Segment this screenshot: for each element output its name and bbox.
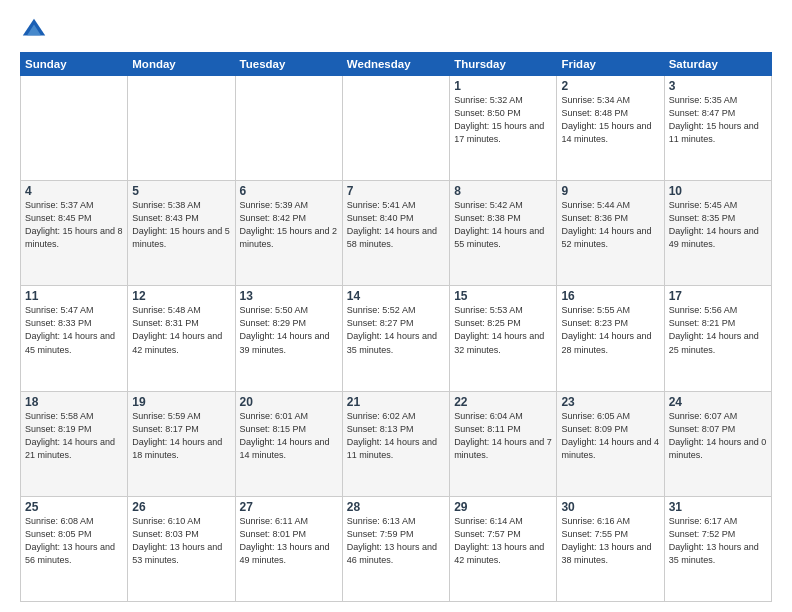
calendar-cell: 10Sunrise: 5:45 AM Sunset: 8:35 PM Dayli…: [664, 181, 771, 286]
calendar-cell: 9Sunrise: 5:44 AM Sunset: 8:36 PM Daylig…: [557, 181, 664, 286]
calendar-cell: 29Sunrise: 6:14 AM Sunset: 7:57 PM Dayli…: [450, 496, 557, 601]
calendar-cell: 13Sunrise: 5:50 AM Sunset: 8:29 PM Dayli…: [235, 286, 342, 391]
day-number: 26: [132, 500, 230, 514]
calendar-cell: 30Sunrise: 6:16 AM Sunset: 7:55 PM Dayli…: [557, 496, 664, 601]
calendar-cell: 26Sunrise: 6:10 AM Sunset: 8:03 PM Dayli…: [128, 496, 235, 601]
day-info: Sunrise: 6:01 AM Sunset: 8:15 PM Dayligh…: [240, 410, 338, 462]
col-header-wednesday: Wednesday: [342, 53, 449, 76]
col-header-thursday: Thursday: [450, 53, 557, 76]
calendar-cell: [21, 76, 128, 181]
calendar-cell: 24Sunrise: 6:07 AM Sunset: 8:07 PM Dayli…: [664, 391, 771, 496]
calendar-cell: 6Sunrise: 5:39 AM Sunset: 8:42 PM Daylig…: [235, 181, 342, 286]
day-number: 4: [25, 184, 123, 198]
day-number: 9: [561, 184, 659, 198]
col-header-saturday: Saturday: [664, 53, 771, 76]
calendar-cell: [342, 76, 449, 181]
day-info: Sunrise: 5:55 AM Sunset: 8:23 PM Dayligh…: [561, 304, 659, 356]
day-number: 25: [25, 500, 123, 514]
day-number: 1: [454, 79, 552, 93]
header: [20, 16, 772, 44]
calendar-cell: 21Sunrise: 6:02 AM Sunset: 8:13 PM Dayli…: [342, 391, 449, 496]
day-number: 17: [669, 289, 767, 303]
day-info: Sunrise: 5:59 AM Sunset: 8:17 PM Dayligh…: [132, 410, 230, 462]
calendar-cell: 11Sunrise: 5:47 AM Sunset: 8:33 PM Dayli…: [21, 286, 128, 391]
col-header-friday: Friday: [557, 53, 664, 76]
calendar-cell: 19Sunrise: 5:59 AM Sunset: 8:17 PM Dayli…: [128, 391, 235, 496]
calendar-cell: [128, 76, 235, 181]
col-header-tuesday: Tuesday: [235, 53, 342, 76]
day-number: 12: [132, 289, 230, 303]
calendar-cell: 31Sunrise: 6:17 AM Sunset: 7:52 PM Dayli…: [664, 496, 771, 601]
col-header-sunday: Sunday: [21, 53, 128, 76]
day-info: Sunrise: 5:47 AM Sunset: 8:33 PM Dayligh…: [25, 304, 123, 356]
calendar-cell: 1Sunrise: 5:32 AM Sunset: 8:50 PM Daylig…: [450, 76, 557, 181]
day-info: Sunrise: 6:08 AM Sunset: 8:05 PM Dayligh…: [25, 515, 123, 567]
calendar-cell: 27Sunrise: 6:11 AM Sunset: 8:01 PM Dayli…: [235, 496, 342, 601]
day-number: 5: [132, 184, 230, 198]
day-info: Sunrise: 5:52 AM Sunset: 8:27 PM Dayligh…: [347, 304, 445, 356]
calendar-cell: 12Sunrise: 5:48 AM Sunset: 8:31 PM Dayli…: [128, 286, 235, 391]
day-info: Sunrise: 6:07 AM Sunset: 8:07 PM Dayligh…: [669, 410, 767, 462]
day-number: 29: [454, 500, 552, 514]
calendar-cell: 18Sunrise: 5:58 AM Sunset: 8:19 PM Dayli…: [21, 391, 128, 496]
page: SundayMondayTuesdayWednesdayThursdayFrid…: [0, 0, 792, 612]
day-info: Sunrise: 6:02 AM Sunset: 8:13 PM Dayligh…: [347, 410, 445, 462]
logo: [20, 16, 52, 44]
calendar-cell: 7Sunrise: 5:41 AM Sunset: 8:40 PM Daylig…: [342, 181, 449, 286]
day-info: Sunrise: 6:17 AM Sunset: 7:52 PM Dayligh…: [669, 515, 767, 567]
day-info: Sunrise: 5:38 AM Sunset: 8:43 PM Dayligh…: [132, 199, 230, 251]
day-number: 30: [561, 500, 659, 514]
day-info: Sunrise: 5:35 AM Sunset: 8:47 PM Dayligh…: [669, 94, 767, 146]
day-number: 23: [561, 395, 659, 409]
calendar-cell: 5Sunrise: 5:38 AM Sunset: 8:43 PM Daylig…: [128, 181, 235, 286]
day-info: Sunrise: 5:56 AM Sunset: 8:21 PM Dayligh…: [669, 304, 767, 356]
day-info: Sunrise: 6:13 AM Sunset: 7:59 PM Dayligh…: [347, 515, 445, 567]
calendar-cell: 4Sunrise: 5:37 AM Sunset: 8:45 PM Daylig…: [21, 181, 128, 286]
calendar-week-row: 1Sunrise: 5:32 AM Sunset: 8:50 PM Daylig…: [21, 76, 772, 181]
day-number: 2: [561, 79, 659, 93]
calendar-cell: [235, 76, 342, 181]
day-info: Sunrise: 5:58 AM Sunset: 8:19 PM Dayligh…: [25, 410, 123, 462]
day-info: Sunrise: 5:50 AM Sunset: 8:29 PM Dayligh…: [240, 304, 338, 356]
calendar-table: SundayMondayTuesdayWednesdayThursdayFrid…: [20, 52, 772, 602]
col-header-monday: Monday: [128, 53, 235, 76]
day-number: 6: [240, 184, 338, 198]
day-number: 18: [25, 395, 123, 409]
calendar-cell: 23Sunrise: 6:05 AM Sunset: 8:09 PM Dayli…: [557, 391, 664, 496]
calendar-cell: 20Sunrise: 6:01 AM Sunset: 8:15 PM Dayli…: [235, 391, 342, 496]
day-info: Sunrise: 6:10 AM Sunset: 8:03 PM Dayligh…: [132, 515, 230, 567]
calendar-week-row: 11Sunrise: 5:47 AM Sunset: 8:33 PM Dayli…: [21, 286, 772, 391]
day-info: Sunrise: 5:39 AM Sunset: 8:42 PM Dayligh…: [240, 199, 338, 251]
day-number: 8: [454, 184, 552, 198]
calendar-cell: 28Sunrise: 6:13 AM Sunset: 7:59 PM Dayli…: [342, 496, 449, 601]
calendar-cell: 14Sunrise: 5:52 AM Sunset: 8:27 PM Dayli…: [342, 286, 449, 391]
day-info: Sunrise: 5:37 AM Sunset: 8:45 PM Dayligh…: [25, 199, 123, 251]
day-info: Sunrise: 6:16 AM Sunset: 7:55 PM Dayligh…: [561, 515, 659, 567]
day-number: 15: [454, 289, 552, 303]
day-number: 24: [669, 395, 767, 409]
calendar-cell: 2Sunrise: 5:34 AM Sunset: 8:48 PM Daylig…: [557, 76, 664, 181]
day-info: Sunrise: 5:42 AM Sunset: 8:38 PM Dayligh…: [454, 199, 552, 251]
day-number: 14: [347, 289, 445, 303]
day-info: Sunrise: 5:44 AM Sunset: 8:36 PM Dayligh…: [561, 199, 659, 251]
day-number: 13: [240, 289, 338, 303]
calendar-week-row: 18Sunrise: 5:58 AM Sunset: 8:19 PM Dayli…: [21, 391, 772, 496]
calendar-cell: 17Sunrise: 5:56 AM Sunset: 8:21 PM Dayli…: [664, 286, 771, 391]
day-info: Sunrise: 5:53 AM Sunset: 8:25 PM Dayligh…: [454, 304, 552, 356]
day-number: 3: [669, 79, 767, 93]
logo-icon: [20, 16, 48, 44]
calendar-header-row: SundayMondayTuesdayWednesdayThursdayFrid…: [21, 53, 772, 76]
day-info: Sunrise: 6:04 AM Sunset: 8:11 PM Dayligh…: [454, 410, 552, 462]
calendar-cell: 15Sunrise: 5:53 AM Sunset: 8:25 PM Dayli…: [450, 286, 557, 391]
day-number: 22: [454, 395, 552, 409]
day-number: 7: [347, 184, 445, 198]
day-info: Sunrise: 6:14 AM Sunset: 7:57 PM Dayligh…: [454, 515, 552, 567]
day-number: 19: [132, 395, 230, 409]
day-info: Sunrise: 5:45 AM Sunset: 8:35 PM Dayligh…: [669, 199, 767, 251]
day-info: Sunrise: 5:32 AM Sunset: 8:50 PM Dayligh…: [454, 94, 552, 146]
day-info: Sunrise: 5:34 AM Sunset: 8:48 PM Dayligh…: [561, 94, 659, 146]
day-number: 21: [347, 395, 445, 409]
day-number: 20: [240, 395, 338, 409]
calendar-cell: 8Sunrise: 5:42 AM Sunset: 8:38 PM Daylig…: [450, 181, 557, 286]
day-info: Sunrise: 5:41 AM Sunset: 8:40 PM Dayligh…: [347, 199, 445, 251]
